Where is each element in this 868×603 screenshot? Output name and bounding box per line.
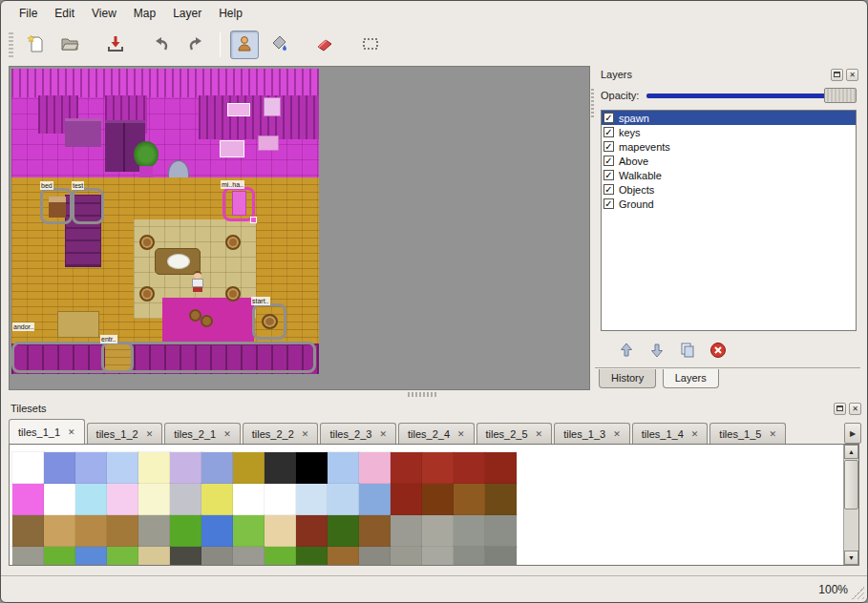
tileset-tile[interactable]: [12, 547, 44, 566]
tileset-tile[interactable]: [328, 515, 359, 547]
lower-layer-button[interactable]: [646, 341, 667, 362]
tileset-tile[interactable]: [233, 547, 265, 566]
layer-visibility-checkbox[interactable]: ✓: [603, 184, 614, 195]
tileset-tile[interactable]: [107, 452, 138, 484]
tileset-tile[interactable]: [138, 452, 170, 484]
tileset-scrollbar[interactable]: ▲ ▼: [843, 445, 858, 565]
tile-grid[interactable]: [12, 452, 517, 566]
tileset-tile[interactable]: [454, 547, 485, 566]
tileset-tile[interactable]: [44, 452, 75, 484]
select-tool-button[interactable]: [356, 31, 385, 59]
tileset-tile[interactable]: [170, 452, 201, 484]
tileset-tab-tiles_1_2[interactable]: tiles_1_2✕: [87, 423, 163, 444]
tileset-tab-tiles_1_1[interactable]: tiles_1_1✕: [9, 419, 85, 444]
tileset-tile[interactable]: [265, 547, 296, 566]
tileset-tile[interactable]: [485, 452, 517, 484]
layer-row-mapevents[interactable]: ✓mapevents: [602, 139, 856, 154]
tab-close-icon[interactable]: ✕: [691, 429, 699, 439]
tileset-tile[interactable]: [265, 515, 296, 547]
tileset-tile[interactable]: [422, 547, 454, 566]
map-object-bed[interactable]: [40, 188, 73, 224]
tileset-tile[interactable]: [391, 547, 422, 566]
close-panel-button[interactable]: ✕: [846, 69, 858, 81]
duplicate-layer-button[interactable]: [677, 341, 698, 362]
layer-row-Objects[interactable]: ✓Objects: [602, 182, 856, 197]
opacity-slider[interactable]: [646, 88, 857, 103]
map-object-start[interactable]: [252, 303, 286, 340]
tileset-tile[interactable]: [391, 515, 422, 547]
scroll-up-button[interactable]: ▲: [844, 445, 858, 459]
menu-file[interactable]: File: [11, 4, 46, 23]
tab-close-icon[interactable]: ✕: [68, 427, 75, 437]
tab-close-icon[interactable]: ✕: [613, 429, 621, 439]
layers-list[interactable]: ✓spawn✓keys✓mapevents✓Above✓Walkable✓Obj…: [601, 110, 857, 331]
fill-tool-button[interactable]: [265, 31, 293, 59]
tileset-tile[interactable]: [107, 515, 138, 547]
tileset-tile[interactable]: [391, 484, 422, 515]
tileset-tile[interactable]: [75, 547, 107, 566]
scrollbar-thumb[interactable]: [844, 460, 858, 509]
tileset-tile[interactable]: [107, 484, 138, 515]
tileset-tile[interactable]: [138, 515, 170, 547]
layer-visibility-checkbox[interactable]: ✓: [603, 113, 614, 123]
tileset-tile[interactable]: [75, 484, 107, 515]
tileset-tile[interactable]: [296, 547, 328, 566]
tileset-tile[interactable]: [12, 484, 44, 515]
layer-visibility-checkbox[interactable]: ✓: [603, 127, 614, 137]
map-object-test[interactable]: [72, 188, 104, 224]
tileset-tile[interactable]: [422, 452, 454, 484]
tileset-tile[interactable]: [454, 484, 485, 515]
tileset-tile[interactable]: [138, 484, 170, 515]
tileset-tab-tiles_2_1[interactable]: tiles_2_1✕: [164, 423, 241, 444]
tileset-tile[interactable]: [454, 452, 485, 484]
layer-row-Walkable[interactable]: ✓Walkable: [602, 168, 856, 182]
tileset-view[interactable]: ▲ ▼: [9, 444, 859, 566]
tileset-tile[interactable]: [201, 547, 233, 566]
map-object-andor[interactable]: [11, 342, 316, 373]
layer-row-Above[interactable]: ✓Above: [602, 154, 856, 168]
tileset-tile[interactable]: [485, 515, 517, 547]
new-button[interactable]: [21, 31, 50, 59]
tileset-tile[interactable]: [233, 452, 265, 484]
close-panel-button[interactable]: ✕: [849, 403, 861, 415]
tileset-tile[interactable]: [44, 515, 75, 547]
tileset-tile[interactable]: [265, 484, 296, 515]
tab-close-icon[interactable]: ✕: [457, 429, 465, 439]
tileset-tile[interactable]: [170, 484, 201, 515]
tileset-tile[interactable]: [44, 484, 75, 515]
float-panel-button[interactable]: [834, 403, 846, 415]
tileset-tile[interactable]: [12, 515, 44, 547]
save-button[interactable]: [101, 31, 130, 59]
tileset-tile[interactable]: [265, 452, 296, 484]
open-button[interactable]: [55, 31, 84, 59]
tileset-tile[interactable]: [422, 515, 454, 547]
redo-button[interactable]: [181, 31, 210, 59]
tileset-tab-tiles_2_3[interactable]: tiles_2_3✕: [320, 423, 396, 444]
tileset-tile[interactable]: [359, 484, 391, 515]
tileset-tile[interactable]: [328, 484, 359, 515]
tileset-tile[interactable]: [138, 547, 170, 566]
layer-visibility-checkbox[interactable]: ✓: [603, 170, 614, 180]
menu-map[interactable]: Map: [125, 4, 164, 23]
tileset-tile[interactable]: [296, 515, 328, 547]
tileset-tab-tiles_2_2[interactable]: tiles_2_2✕: [243, 423, 319, 444]
undo-button[interactable]: [147, 31, 176, 59]
tileset-tile[interactable]: [201, 452, 233, 484]
tab-close-icon[interactable]: ✕: [379, 429, 387, 439]
tileset-tile[interactable]: [328, 452, 359, 484]
layer-row-Ground[interactable]: ✓Ground: [602, 197, 856, 211]
layer-row-keys[interactable]: ✓keys: [602, 125, 856, 139]
tileset-tile[interactable]: [75, 515, 107, 547]
tileset-tile[interactable]: [359, 515, 391, 547]
tileset-tile[interactable]: [233, 515, 265, 547]
tab-close-icon[interactable]: ✕: [769, 429, 776, 439]
tileset-tile[interactable]: [359, 547, 391, 566]
tileset-tile[interactable]: [233, 484, 265, 515]
resize-grip[interactable]: [852, 587, 864, 599]
tab-layers[interactable]: Layers: [663, 369, 719, 388]
map-object-mikha[interactable]: [222, 187, 255, 221]
tileset-tile[interactable]: [296, 484, 328, 515]
tileset-tab-tiles_2_5[interactable]: tiles_2_5✕: [476, 423, 553, 444]
tileset-tile[interactable]: [391, 452, 422, 484]
horizontal-splitter[interactable]: [9, 390, 860, 398]
